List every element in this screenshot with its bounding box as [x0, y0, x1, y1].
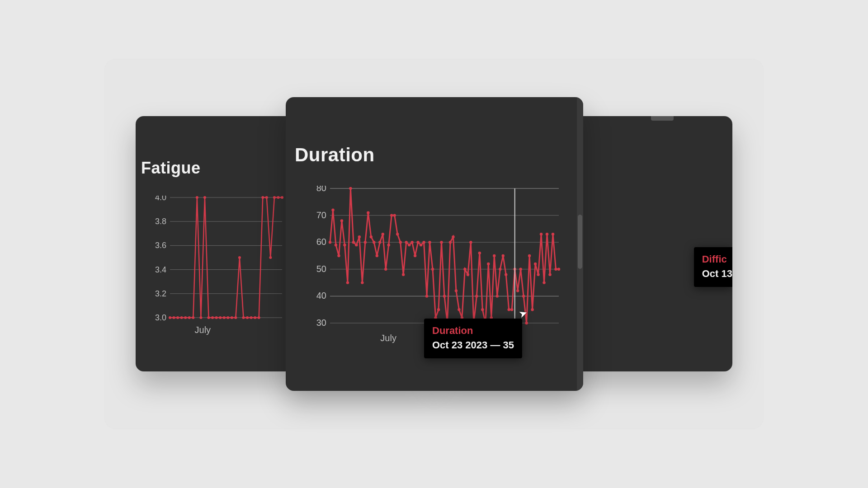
svg-text:July: July [380, 333, 396, 343]
svg-point-109 [355, 244, 358, 246]
svg-point-158 [499, 268, 501, 271]
svg-point-117 [378, 241, 381, 244]
svg-point-111 [361, 281, 363, 284]
svg-point-119 [384, 268, 387, 271]
svg-point-33 [250, 316, 253, 319]
svg-point-12 [169, 316, 171, 319]
svg-point-22 [208, 316, 210, 319]
svg-point-134 [428, 241, 431, 244]
svg-point-116 [376, 254, 378, 257]
svg-point-104 [340, 219, 343, 222]
svg-point-123 [396, 233, 399, 235]
svg-text:40: 40 [316, 291, 326, 300]
svg-point-169 [531, 308, 533, 311]
svg-point-32 [246, 316, 249, 319]
svg-point-25 [219, 316, 222, 319]
svg-point-37 [265, 196, 268, 199]
drag-handle[interactable] [651, 116, 674, 121]
svg-point-35 [258, 316, 260, 319]
svg-point-14 [176, 316, 179, 319]
svg-point-171 [537, 273, 539, 276]
svg-point-17 [188, 316, 191, 319]
svg-point-135 [431, 268, 434, 271]
svg-text:3.0: 3.0 [155, 313, 166, 322]
svg-text:60: 60 [316, 237, 326, 247]
svg-point-24 [215, 316, 218, 319]
svg-point-147 [467, 273, 469, 276]
svg-point-154 [487, 263, 490, 265]
svg-point-178 [557, 268, 560, 271]
svg-point-170 [534, 263, 537, 265]
tooltip-title: Duration [432, 325, 514, 337]
svg-point-107 [349, 187, 352, 190]
svg-point-138 [440, 241, 443, 244]
fatigue-title: Fatigue [141, 159, 201, 178]
svg-point-177 [554, 268, 557, 271]
difficulty-tooltip: Diffic Oct 13 [694, 247, 732, 287]
svg-text:30: 30 [316, 318, 326, 328]
svg-point-141 [449, 241, 452, 244]
svg-point-113 [367, 211, 369, 214]
svg-point-143 [455, 289, 458, 292]
svg-point-13 [173, 316, 175, 319]
svg-text:3.6: 3.6 [155, 241, 166, 250]
svg-text:3.4: 3.4 [155, 265, 166, 274]
svg-text:4.0: 4.0 [155, 196, 166, 202]
duration-card: Duration 304050607080July Duration Oct 2… [286, 97, 583, 391]
svg-point-129 [414, 254, 416, 257]
svg-point-126 [405, 241, 407, 244]
svg-point-157 [496, 295, 499, 297]
svg-point-23 [211, 316, 214, 319]
svg-point-36 [261, 196, 264, 199]
svg-point-148 [469, 241, 472, 244]
svg-point-166 [522, 295, 525, 297]
tooltip-value: Oct 23 2023 — 35 [432, 339, 514, 351]
svg-point-150 [475, 295, 478, 297]
svg-point-38 [269, 256, 272, 259]
scrollbar-track[interactable] [577, 97, 583, 391]
svg-point-131 [420, 244, 422, 246]
svg-point-105 [343, 244, 346, 246]
svg-point-121 [390, 214, 393, 216]
fatigue-chart[interactable]: 3.03.23.43.63.84.0July [145, 196, 285, 336]
svg-point-168 [528, 254, 531, 257]
svg-point-137 [437, 308, 440, 311]
svg-point-18 [192, 316, 194, 319]
svg-point-21 [203, 196, 206, 199]
svg-text:3.2: 3.2 [155, 289, 166, 298]
svg-point-156 [493, 254, 495, 257]
svg-point-115 [373, 241, 375, 244]
tooltip-title: Diffic [702, 253, 732, 265]
duration-title: Duration [295, 144, 375, 166]
svg-point-108 [352, 241, 355, 244]
svg-point-26 [223, 316, 226, 319]
svg-point-114 [370, 235, 373, 238]
tooltip-value: Oct 13 [702, 268, 732, 280]
svg-point-128 [410, 241, 413, 244]
svg-point-100 [329, 241, 331, 244]
svg-point-41 [281, 196, 283, 199]
svg-point-40 [277, 196, 279, 199]
svg-point-165 [519, 268, 522, 271]
svg-point-16 [184, 316, 187, 319]
svg-point-130 [416, 241, 419, 244]
svg-point-132 [422, 241, 425, 244]
svg-point-151 [478, 252, 481, 254]
svg-point-125 [402, 273, 405, 276]
svg-point-102 [335, 244, 337, 246]
svg-point-175 [548, 273, 551, 276]
svg-point-160 [505, 273, 507, 276]
svg-point-167 [525, 322, 528, 324]
stage: Fatigue 3.03.23.43.63.84.0July Difficult… [105, 59, 763, 429]
svg-point-27 [226, 316, 229, 319]
svg-point-110 [358, 235, 361, 238]
svg-point-31 [242, 316, 245, 319]
svg-point-139 [443, 295, 446, 297]
svg-text:50: 50 [316, 264, 326, 274]
svg-point-122 [393, 214, 396, 216]
svg-point-127 [408, 244, 410, 246]
svg-point-144 [458, 308, 460, 311]
svg-text:80: 80 [316, 186, 326, 193]
svg-point-120 [387, 244, 390, 246]
scrollbar-thumb[interactable] [578, 215, 582, 269]
